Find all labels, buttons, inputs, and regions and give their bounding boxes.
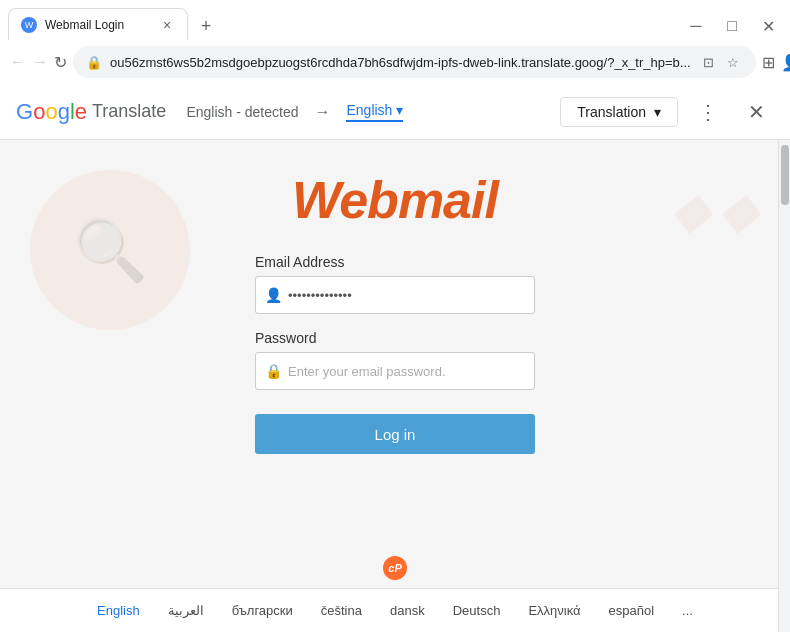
target-language-button[interactable]: English ▾ (346, 102, 403, 122)
lang-item-czech[interactable]: čeština (321, 603, 362, 618)
source-language-label: English - detected (186, 104, 298, 120)
google-logo: Google Translate (16, 99, 166, 125)
tab-bar-right: ─ □ ✕ (682, 12, 782, 40)
password-lock-icon: 🔒 (265, 363, 282, 379)
email-input[interactable] (255, 276, 535, 314)
lang-item-arabic[interactable]: العربية (168, 603, 204, 618)
close-window-button[interactable]: ✕ (754, 12, 782, 40)
lang-item-danish[interactable]: dansk (390, 603, 425, 618)
email-input-wrapper: 👤 (255, 276, 535, 314)
active-tab[interactable]: W Webmail Login × (8, 8, 188, 40)
lang-arrow-icon: → (314, 103, 330, 121)
forward-button[interactable]: → (32, 46, 48, 78)
password-label: Password (255, 330, 535, 346)
back-button[interactable]: ← (10, 46, 26, 78)
address-bar[interactable]: 🔒 ou56zmst6ws5b2msdgoebpzuogst6rcdhda7bh… (73, 46, 756, 78)
profile-button[interactable]: 👤 (781, 46, 790, 78)
translate-brand: Translate (92, 101, 166, 122)
maximize-button[interactable]: □ (718, 12, 746, 40)
tab-favicon: W (21, 17, 37, 33)
login-form: Email Address 👤 Password 🔒 Log in (255, 254, 535, 454)
tab-title: Webmail Login (45, 18, 151, 32)
lang-item-spanish[interactable]: español (609, 603, 655, 618)
cpanel-logo: cP (383, 556, 407, 580)
lang-item-german[interactable]: Deutsch (453, 603, 501, 618)
lang-item-greek[interactable]: Ελληνικά (528, 603, 580, 618)
refresh-button[interactable]: ↻ (54, 46, 67, 78)
tab-bar: W Webmail Login × + ─ □ ✕ (0, 0, 790, 40)
password-input-wrapper: 🔒 (255, 352, 535, 390)
webmail-logo: Webmail (292, 170, 498, 230)
lang-item-bulgarian[interactable]: български (232, 603, 293, 618)
tab-close-button[interactable]: × (159, 17, 175, 33)
browser-chrome: W Webmail Login × + ─ □ ✕ ← → ↻ 🔒 ou56zm… (0, 0, 790, 84)
login-container: Webmail Email Address 👤 Password 🔒 Log i… (0, 140, 790, 454)
target-lang-label: English (346, 102, 392, 118)
email-label: Email Address (255, 254, 535, 270)
translation-dropdown-icon: ▾ (654, 104, 661, 120)
url-text: ou56zmst6ws5b2msdgoebpzuogst6rcdhda7bh6s… (110, 55, 691, 70)
cpanel-icon: cP (383, 556, 407, 580)
minimize-button[interactable]: ─ (682, 12, 710, 40)
translation-button[interactable]: Translation ▾ (560, 97, 678, 127)
address-bar-icons: ⊡ ☆ (699, 52, 743, 72)
target-lang-dropdown-icon: ▾ (396, 102, 403, 118)
translation-label: Translation (577, 104, 646, 120)
lang-item-english[interactable]: English (97, 603, 140, 618)
translate-bar: Google Translate English - detected → En… (0, 84, 790, 140)
lang-more-button[interactable]: ... (682, 603, 693, 618)
language-bar: English العربية български čeština dansk … (0, 588, 790, 632)
email-user-icon: 👤 (265, 287, 282, 303)
translate-more-button[interactable]: ⋮ (690, 94, 726, 130)
login-button[interactable]: Log in (255, 414, 535, 454)
email-form-group: Email Address 👤 (255, 254, 535, 314)
password-input[interactable] (255, 352, 535, 390)
page-content: ⬥⬥ Webmail Email Address 👤 Password 🔒 Lo… (0, 140, 790, 632)
lock-icon: 🔒 (86, 55, 102, 70)
address-bar-row: ← → ↻ 🔒 ou56zmst6ws5b2msdgoebpzuogst6rcd… (0, 40, 790, 84)
extensions-button[interactable]: ⊞ (762, 46, 775, 78)
translate-close-button[interactable]: ✕ (738, 94, 774, 130)
new-tab-button[interactable]: + (192, 12, 220, 40)
cast-icon[interactable]: ⊡ (699, 52, 719, 72)
password-form-group: Password 🔒 (255, 330, 535, 390)
bookmark-star-icon[interactable]: ☆ (723, 52, 743, 72)
